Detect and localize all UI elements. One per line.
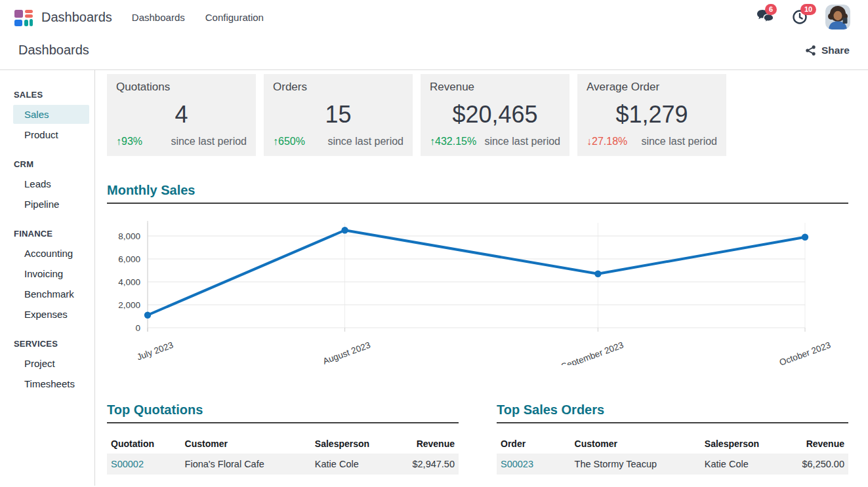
sidebar-section-sales: SALESSalesProduct: [0, 90, 94, 144]
sidebar-item-benchmark[interactable]: Benchmark: [13, 284, 89, 303]
sidebar-section-label: CRM: [0, 159, 94, 173]
sidebar-section-crm: CRMLeadsPipeline: [0, 159, 94, 214]
kpi-title: Revenue: [430, 81, 560, 94]
column-header-salesperson: Salesperson: [311, 434, 402, 454]
cell: S00002: [107, 454, 181, 475]
kpi-delta: ↑432.15%: [430, 136, 476, 147]
messages-badge: 6: [765, 4, 777, 15]
activities-button[interactable]: 10: [792, 9, 808, 25]
column-header-order: Order: [497, 434, 571, 454]
sidebar-item-timesheets[interactable]: Timesheets: [13, 374, 89, 393]
sidebar-item-pipeline[interactable]: Pipeline: [13, 195, 89, 214]
trend-up-icon: ↑: [273, 136, 278, 147]
sidebar-item-leads[interactable]: Leads: [13, 174, 89, 193]
page-header: Dashboards Share: [0, 34, 868, 69]
sidebar-section-services: SERVICESProjectTimesheets: [0, 339, 94, 393]
sidebar: SALESSalesProductCRMLeadsPipelineFINANCE…: [0, 70, 95, 486]
kpi-caption: since last period: [484, 136, 560, 147]
sidebar-item-accounting[interactable]: Accounting: [13, 244, 89, 263]
kpi-card-average-order: Average Order$1,279↓27.18%since last per…: [577, 74, 726, 156]
kpi-card-orders: Orders15↑650%since last period: [264, 74, 413, 156]
messages-button[interactable]: 6: [756, 9, 774, 25]
share-icon: [805, 45, 816, 56]
cell: Katie Cole: [701, 454, 792, 475]
svg-text:September 2023: September 2023: [560, 340, 625, 365]
breadcrumb: Dashboards: [18, 43, 89, 58]
kpi-value: $1,279: [615, 103, 688, 127]
kpi-footer: ↑432.15%since last period: [430, 136, 560, 147]
monthly-sales-title: Monthly Sales: [107, 183, 195, 197]
user-avatar[interactable]: [825, 5, 850, 29]
cell: Katie Cole: [311, 454, 402, 475]
record-link[interactable]: S00002: [111, 459, 144, 469]
sidebar-item-sales[interactable]: Sales: [13, 105, 89, 124]
cell: S00023: [497, 454, 571, 475]
sidebar-item-project[interactable]: Project: [13, 354, 89, 373]
column-header-revenue: Revenue: [402, 434, 459, 454]
trend-up-icon: ↑: [116, 136, 121, 147]
sidebar-section-label: FINANCE: [0, 229, 94, 243]
sidebar-section-label: SERVICES: [0, 339, 94, 353]
svg-text:4,000: 4,000: [118, 277, 140, 287]
column-header-customer: Customer: [181, 434, 311, 454]
share-button[interactable]: Share: [805, 45, 850, 56]
top-sales-orders-header: Top Sales Orders: [497, 402, 848, 423]
column-header-customer: Customer: [571, 434, 701, 454]
sidebar-item-product[interactable]: Product: [13, 125, 89, 144]
svg-text:August 2023: August 2023: [321, 340, 371, 365]
svg-text:October 2023: October 2023: [778, 340, 832, 365]
kpi-delta: ↑93%: [116, 136, 142, 147]
app-logo-icon[interactable]: [14, 9, 33, 26]
kpi-value: 15: [325, 103, 351, 127]
avatar-photo: [825, 5, 850, 29]
app-title[interactable]: Dashboards: [41, 10, 112, 25]
kpi-value: $20,465: [452, 103, 537, 127]
table-row: S00002Fiona's Floral CafeKatie Cole$2,94…: [107, 454, 459, 475]
sidebar-section-label: SALES: [0, 90, 94, 104]
nav-item-dashboards[interactable]: Dashboards: [132, 12, 185, 23]
top-quotations-section: Top Quotations QuotationCustomerSalesper…: [107, 402, 459, 475]
table-header-row: OrderCustomerSalespersonRevenue: [497, 434, 848, 454]
monthly-sales-chart[interactable]: 02,0004,0006,0008,000July 2023August 202…: [107, 213, 848, 365]
top-sales-orders-section: Top Sales Orders OrderCustomerSalesperso…: [497, 402, 848, 475]
record-link[interactable]: S00023: [501, 459, 533, 469]
main-content: Quotations4↑93%since last periodOrders15…: [95, 70, 868, 486]
kpi-title: Average Order: [587, 81, 717, 94]
svg-text:6,000: 6,000: [118, 254, 140, 264]
svg-text:July 2023: July 2023: [136, 340, 175, 362]
top-quotations-title: Top Quotations: [107, 402, 203, 417]
column-header-salesperson: Salesperson: [701, 434, 792, 454]
cell: $2,947.50: [402, 454, 459, 475]
column-header-revenue: Revenue: [792, 434, 848, 454]
sidebar-item-invoicing[interactable]: Invoicing: [13, 264, 89, 283]
kpi-delta: ↑650%: [273, 136, 305, 147]
activities-badge: 10: [800, 4, 816, 15]
monthly-sales-section: Monthly Sales 02,0004,0006,0008,000July …: [107, 182, 848, 365]
kpi-footer: ↑93%since last period: [116, 136, 247, 147]
kpi-row: Quotations4↑93%since last periodOrders15…: [107, 74, 848, 156]
cell: The Stormy Teacup: [571, 454, 701, 475]
kpi-footer: ↑650%since last period: [273, 136, 403, 147]
nav-item-configuration[interactable]: Configuration: [205, 12, 264, 23]
kpi-card-quotations: Quotations4↑93%since last period: [107, 74, 256, 156]
svg-text:2,000: 2,000: [118, 300, 140, 310]
sidebar-section-finance: FINANCEAccountingInvoicingBenchmarkExpen…: [0, 229, 94, 324]
top-sales-orders-title: Top Sales Orders: [497, 402, 604, 417]
svg-text:8,000: 8,000: [118, 231, 140, 241]
tables-row: Top Quotations QuotationCustomerSalesper…: [107, 402, 848, 475]
kpi-caption: since last period: [327, 136, 403, 147]
kpi-card-revenue: Revenue$20,465↑432.15%since last period: [421, 74, 569, 156]
sidebar-item-expenses[interactable]: Expenses: [13, 305, 89, 324]
svg-text:0: 0: [135, 323, 140, 333]
table-row: S00023The Stormy TeacupKatie Cole$6,250.…: [497, 454, 848, 475]
top-quotations-header: Top Quotations: [107, 402, 459, 423]
top-quotations-table: QuotationCustomerSalespersonRevenueS0000…: [107, 434, 459, 475]
share-label: Share: [821, 45, 850, 56]
kpi-delta: ↓27.18%: [587, 136, 627, 147]
column-header-quotation: Quotation: [107, 434, 181, 454]
top-nav: Dashboards Dashboards Configuration 6 10: [0, 0, 868, 34]
trend-up-icon: ↑: [430, 136, 435, 147]
cell: $6,250.00: [792, 454, 848, 475]
table-header-row: QuotationCustomerSalespersonRevenue: [107, 434, 459, 454]
kpi-value: 4: [175, 103, 188, 127]
